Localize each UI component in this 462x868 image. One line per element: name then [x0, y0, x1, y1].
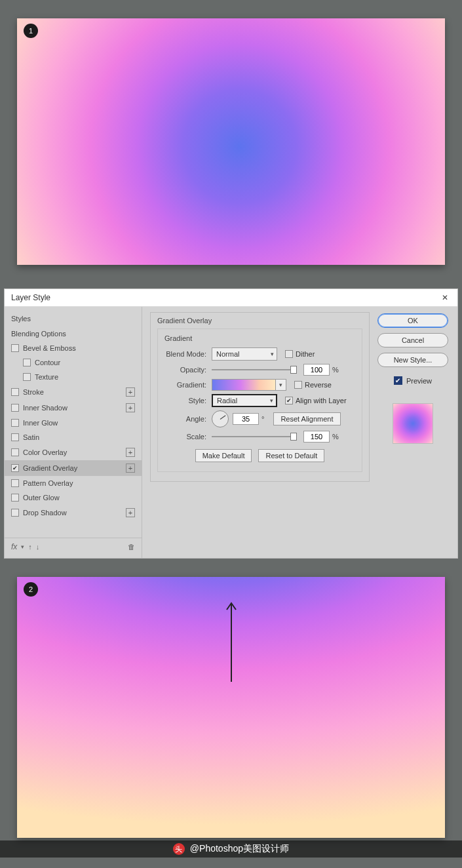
- ok-button[interactable]: OK: [377, 313, 448, 328]
- dialog-titlebar: Layer Style ✕: [5, 289, 457, 307]
- brand-icon: 头条: [173, 843, 185, 855]
- opacity-label: Opacity:: [164, 366, 212, 374]
- layer-style-dialog: Layer Style ✕ Styles Blending Options Be…: [4, 288, 458, 559]
- preview-checkbox[interactable]: ✔: [394, 376, 402, 385]
- dither-label: Dither: [296, 350, 315, 358]
- blend-mode-select[interactable]: Normal ▾: [212, 347, 277, 361]
- align-label: Align with Layer: [296, 397, 347, 404]
- step-badge-2: 2: [24, 582, 38, 597]
- reset-alignment-button[interactable]: Reset Alignment: [273, 412, 340, 425]
- opacity-input[interactable]: [303, 364, 330, 376]
- plus-icon[interactable]: +: [126, 464, 135, 473]
- checkbox-icon[interactable]: [11, 433, 19, 441]
- sidebar-item-label: Blending Options: [11, 330, 66, 338]
- sidebar-item-label: Texture: [35, 373, 58, 381]
- checkbox-icon[interactable]: [11, 448, 19, 456]
- checkbox-icon[interactable]: [11, 404, 19, 412]
- unit-percent: %: [332, 433, 339, 441]
- align-checkbox[interactable]: ✔: [285, 397, 293, 404]
- unit-degree: °: [261, 415, 264, 423]
- cancel-button[interactable]: Cancel: [377, 333, 448, 347]
- styles-sidebar: Styles Blending Options Bevel & Emboss C…: [5, 307, 142, 558]
- select-value: Normal: [216, 350, 239, 358]
- style-label: Style:: [164, 397, 212, 404]
- angle-dial[interactable]: [212, 410, 229, 427]
- gradient-canvas-1: [17, 18, 445, 265]
- sidebar-item-color-overlay[interactable]: Color Overlay +: [5, 444, 142, 460]
- checkbox-icon[interactable]: [11, 388, 19, 396]
- checkbox-icon[interactable]: [11, 479, 19, 487]
- make-default-button[interactable]: Make Default: [195, 449, 252, 462]
- arrow-down-icon[interactable]: ↓: [36, 543, 40, 551]
- step1-canvas-area: 1: [0, 0, 462, 285]
- sidebar-item-inner-shadow[interactable]: Inner Shadow +: [5, 400, 142, 416]
- reverse-label: Reverse: [305, 381, 332, 389]
- arrow-up-icon: [225, 598, 238, 683]
- group-title: Gradient Overlay: [157, 317, 362, 325]
- trash-icon[interactable]: 🗑: [128, 543, 135, 551]
- plus-icon[interactable]: +: [126, 387, 135, 397]
- sidebar-item-label: Stroke: [23, 388, 44, 396]
- angle-input[interactable]: [233, 413, 259, 425]
- reverse-checkbox[interactable]: [294, 381, 302, 389]
- sidebar-item-satin[interactable]: Satin: [5, 430, 142, 444]
- preview-swatch: [393, 403, 433, 444]
- sidebar-item-label: Contour: [35, 359, 60, 366]
- new-style-button[interactable]: New Style...: [377, 353, 448, 367]
- gradient-dropdown[interactable]: ▾: [276, 379, 286, 391]
- gradient-label: Gradient:: [164, 381, 212, 389]
- sidebar-item-inner-glow[interactable]: Inner Glow: [5, 416, 142, 430]
- opacity-slider[interactable]: [212, 365, 297, 374]
- sidebar-item-label: Satin: [23, 433, 39, 441]
- reset-to-default-button[interactable]: Reset to Default: [258, 449, 324, 462]
- close-icon[interactable]: ✕: [439, 293, 451, 302]
- subgroup-title: Gradient: [164, 334, 355, 342]
- sidebar-item-label: Drop Shadow: [23, 509, 67, 517]
- sidebar-item-label: Color Overlay: [23, 448, 67, 456]
- sidebar-item-label: Gradient Overlay: [23, 464, 77, 472]
- blend-mode-label: Blend Mode:: [164, 350, 212, 358]
- gradient-style-select[interactable]: Radial ▾: [212, 394, 277, 407]
- checkbox-icon[interactable]: [11, 419, 19, 427]
- chevron-down-icon: ▾: [279, 382, 282, 388]
- gradient-preview[interactable]: [212, 379, 276, 391]
- options-panel: Gradient Overlay Gradient Blend Mode: No…: [142, 307, 377, 558]
- scale-input[interactable]: [303, 431, 330, 443]
- checkbox-icon[interactable]: [23, 373, 31, 381]
- sidebar-item-gradient-overlay[interactable]: ✔Gradient Overlay +: [5, 460, 142, 476]
- sidebar-item-label: Inner Shadow: [23, 404, 67, 412]
- checkbox-icon[interactable]: [11, 494, 19, 502]
- arrow-up-icon[interactable]: ↑: [28, 543, 32, 551]
- plus-icon[interactable]: +: [126, 508, 135, 517]
- unit-percent: %: [332, 366, 339, 374]
- watermark: 头条 @Photoshop美图设计师: [0, 840, 462, 858]
- dither-checkbox[interactable]: [285, 350, 293, 358]
- sidebar-item-bevel-emboss[interactable]: Bevel & Emboss: [5, 341, 142, 355]
- checkbox-icon[interactable]: [11, 509, 19, 517]
- select-value: Radial: [217, 397, 237, 404]
- checkbox-icon[interactable]: ✔: [11, 464, 19, 472]
- checkbox-icon[interactable]: [23, 359, 31, 366]
- chevron-down-icon[interactable]: ▾: [21, 543, 24, 550]
- plus-icon[interactable]: +: [126, 403, 135, 412]
- sidebar-item-pattern-overlay[interactable]: Pattern Overlay: [5, 476, 142, 490]
- sidebar-item-label: Inner Glow: [23, 419, 58, 427]
- scale-label: Scale:: [164, 433, 212, 441]
- fx-icon[interactable]: fx: [11, 542, 17, 551]
- step2-canvas-area: 2: [0, 559, 462, 858]
- scale-slider[interactable]: [212, 432, 297, 441]
- sidebar-header: Styles: [5, 312, 142, 326]
- sidebar-item-drop-shadow[interactable]: Drop Shadow +: [5, 505, 142, 521]
- sidebar-item-stroke[interactable]: Stroke +: [5, 384, 142, 400]
- dialog-title: Layer Style: [11, 293, 50, 302]
- checkbox-icon[interactable]: [11, 344, 19, 352]
- plus-icon[interactable]: +: [126, 448, 135, 457]
- dialog-right-column: OK Cancel New Style... ✔ Preview: [377, 307, 457, 558]
- chevron-down-icon: ▾: [270, 397, 273, 404]
- sidebar-item-outer-glow[interactable]: Outer Glow: [5, 490, 142, 505]
- preview-label: Preview: [406, 377, 432, 385]
- sidebar-item-contour[interactable]: Contour: [5, 355, 142, 370]
- sidebar-item-texture[interactable]: Texture: [5, 370, 142, 384]
- step-badge-1: 1: [24, 24, 38, 38]
- sidebar-blending-options[interactable]: Blending Options: [5, 326, 142, 341]
